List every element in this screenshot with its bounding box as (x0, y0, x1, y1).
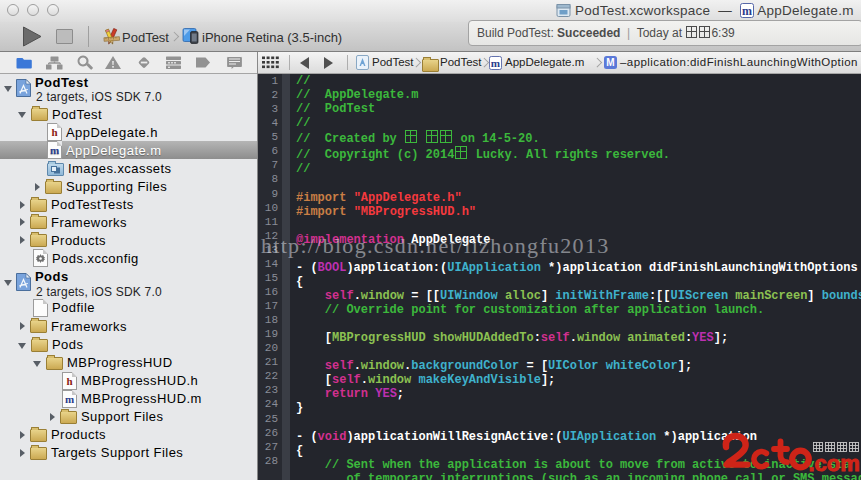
svg-text:M: M (606, 57, 614, 68)
svg-text:m: m (742, 3, 752, 17)
svg-text:.com: .com (809, 451, 860, 476)
svg-text:m: m (491, 57, 501, 69)
